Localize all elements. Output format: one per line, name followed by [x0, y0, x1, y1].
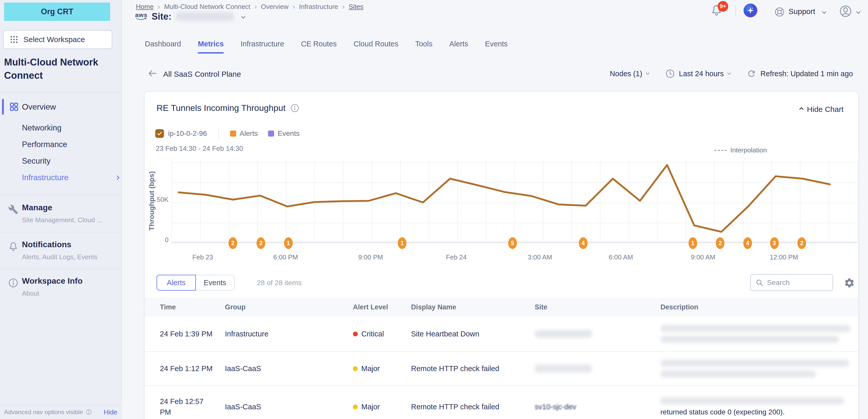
alert-count-badge[interactable]: 4: [743, 237, 752, 249]
site-chevron-down-icon[interactable]: [241, 14, 246, 19]
sidebar-item-overview-label: Overview: [22, 102, 56, 111]
tab-dashboard[interactable]: Dashboard: [145, 40, 181, 54]
sidebar-item-networking[interactable]: Networking: [22, 120, 119, 136]
nodes-dropdown[interactable]: Nodes (1): [610, 70, 649, 78]
sidebar-section-subtitle: Site Management, Cloud ...: [22, 216, 102, 224]
breadcrumb-item[interactable]: Multi-Cloud Network Connect: [164, 3, 250, 11]
table-row[interactable]: 24 Feb 1:12 PMIaaS-CaaSMajorRemote HTTP …: [145, 351, 858, 385]
info-icon[interactable]: [290, 103, 299, 112]
support-label[interactable]: Support: [788, 7, 815, 16]
time-range-dropdown[interactable]: Last 24 hours: [665, 69, 731, 78]
site-name: sv10-sjc-dev: [535, 403, 576, 411]
breadcrumb-item[interactable]: Infrastructure: [299, 3, 338, 11]
metrics-card: RE Tunnels Incoming Throughput Hide Char…: [144, 91, 859, 419]
refresh-button[interactable]: Refresh: Updated 1 min ago: [747, 69, 853, 78]
series-checkbox[interactable]: [155, 129, 164, 138]
alert-level-dot: [353, 405, 358, 409]
redacted-site-blob: [535, 364, 592, 373]
tab-tools[interactable]: Tools: [415, 40, 432, 54]
select-workspace-button[interactable]: Select Workspace: [3, 30, 112, 49]
sidebar-item-infrastructure[interactable]: Infrastructure: [22, 169, 119, 186]
sidebar-section-label: Notifications: [22, 240, 71, 249]
column-header-group[interactable]: Group: [225, 303, 353, 311]
tab-alerts[interactable]: Alerts: [449, 40, 468, 54]
events-legend-swatch: [268, 130, 274, 137]
breadcrumb-item[interactable]: Home: [136, 3, 154, 11]
clock-icon: [665, 69, 675, 78]
header-divider: [735, 5, 736, 17]
breadcrumb-separator: ›: [158, 3, 160, 11]
sidebar-section-manage[interactable]: ManageSite Management, Cloud ...: [0, 201, 122, 234]
tab-cloud-routes[interactable]: Cloud Routes: [354, 40, 399, 54]
dashed-line-icon: [714, 150, 727, 151]
alert-count-badge[interactable]: 2: [716, 237, 724, 249]
site-label: Site:: [152, 11, 172, 22]
cell-site: [535, 352, 660, 385]
back-arrow-icon[interactable]: [147, 68, 158, 78]
x-axis-tick: 9:00 AM: [691, 253, 715, 261]
column-header-display-name[interactable]: Display Name: [411, 303, 535, 311]
alert-count-badge[interactable]: 4: [579, 237, 588, 249]
cell-alert-level: Major: [353, 386, 411, 419]
page-tabs: DashboardMetricsInfrastructureCE RoutesC…: [145, 40, 508, 54]
sidebar-section-label: Manage: [22, 203, 52, 212]
chart-date-range: 23 Feb 14:30 - 24 Feb 14:30: [156, 145, 243, 153]
tab-metrics[interactable]: Metrics: [198, 40, 224, 54]
throughput-chart-plot[interactable]: 22115412432Feb 236:00 PM9:00 PMFeb 243:0…: [172, 159, 857, 243]
chevron-up-icon: [799, 107, 804, 111]
description-visible-text: returned status code 0 (expecting 200).: [660, 408, 785, 416]
hide-nav-link[interactable]: Hide: [104, 408, 117, 416]
cell-display-name: Remote HTTP check failed: [411, 386, 535, 419]
divider: [0, 92, 122, 93]
table-tabs: AlertsEvents: [157, 275, 235, 291]
sidebar-item-security[interactable]: Security: [22, 153, 119, 169]
table-tab-events[interactable]: Events: [195, 275, 235, 291]
sidebar-item-performance[interactable]: Performance: [22, 136, 119, 153]
table-settings-gear-icon[interactable]: [844, 277, 855, 289]
sidebar-section-notifications[interactable]: NotificationsAlerts, Audit Logs, Events: [0, 238, 122, 271]
alert-level-dot: [353, 331, 358, 336]
tab-events[interactable]: Events: [485, 40, 508, 54]
alert-count-badge[interactable]: 1: [688, 237, 697, 249]
alert-count-badge[interactable]: 2: [256, 237, 265, 249]
breadcrumb-separator: ›: [342, 3, 344, 11]
sidebar-item-overview[interactable]: Overview: [0, 98, 122, 116]
column-header-description[interactable]: Description: [660, 303, 843, 311]
alert-count-badge[interactable]: 1: [398, 237, 406, 249]
items-count: 28 of 28 items: [257, 279, 302, 287]
org-banner[interactable]: Org CRT: [4, 3, 110, 21]
column-header-time[interactable]: Time: [160, 303, 225, 311]
support-lifebuoy-icon[interactable]: [774, 7, 785, 17]
sidebar-section-workspace-info[interactable]: Workspace InfoAbout: [0, 274, 122, 308]
profile-avatar-icon[interactable]: [839, 5, 852, 18]
profile-chevron-down-icon[interactable]: [856, 10, 861, 14]
alert-count-badge[interactable]: 2: [228, 237, 237, 249]
alert-count-badge[interactable]: 3: [770, 237, 779, 249]
hide-chart-button[interactable]: Hide Chart: [800, 105, 843, 114]
cell-alert-level: Major: [353, 352, 411, 385]
alert-count-badge[interactable]: 1: [284, 237, 293, 249]
column-header-site[interactable]: Site: [535, 303, 660, 311]
tab-infrastructure[interactable]: Infrastructure: [241, 40, 284, 54]
table-tab-alerts[interactable]: Alerts: [157, 275, 196, 291]
breadcrumb-item[interactable]: Sites: [348, 3, 363, 11]
tab-ce-routes[interactable]: CE Routes: [301, 40, 337, 54]
alert-count-badge[interactable]: 5: [508, 237, 517, 249]
breadcrumb-separator: ›: [293, 3, 295, 11]
table-row[interactable]: 24 Feb 1:39 PMInfrastructureCriticalSite…: [145, 317, 858, 351]
refresh-icon: [747, 69, 756, 78]
breadcrumb-item[interactable]: Overview: [261, 3, 288, 11]
search-input[interactable]: [767, 279, 828, 287]
column-header-alert-level[interactable]: Alert Level: [353, 303, 411, 311]
time-range-label: Last 24 hours: [679, 70, 724, 78]
sidebar-footer: Advanced nav options visible Hide: [0, 405, 122, 419]
alert-count-badge[interactable]: 2: [797, 237, 806, 249]
y-tick-0: 0: [146, 236, 168, 244]
support-chevron-down-icon[interactable]: [822, 10, 827, 14]
redacted-description-blob: [660, 325, 850, 332]
table-row[interactable]: 24 Feb 12:57 PMIaaS-CaaSMajorRemote HTTP…: [145, 385, 858, 419]
chevron-down-icon: [646, 71, 649, 75]
back-label[interactable]: All SaaS Control Plane: [163, 70, 241, 78]
ai-assistant-icon[interactable]: [744, 4, 757, 17]
x-axis-tick: Feb 23: [192, 253, 213, 261]
